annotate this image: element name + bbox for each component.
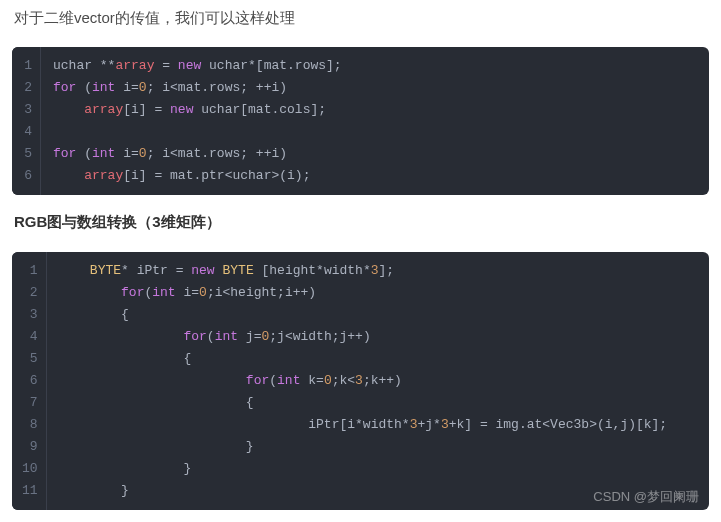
- code-line: }: [59, 458, 697, 480]
- line-number: 1: [12, 55, 40, 77]
- code-line: for (int i=0; i<mat.rows; ++i): [53, 143, 697, 165]
- line-number: 5: [12, 348, 46, 370]
- line-number: 11: [12, 480, 46, 502]
- line-number: 2: [12, 282, 46, 304]
- code-line: {: [59, 392, 697, 414]
- code-1-gutter: 123456: [12, 47, 41, 195]
- code-block-1: 123456 uchar **array = new uchar*[mat.ro…: [12, 47, 709, 195]
- code-2-content: BYTE* iPtr = new BYTE [height*width*3]; …: [47, 252, 709, 510]
- line-number: 7: [12, 392, 46, 414]
- line-number: 4: [12, 121, 40, 143]
- code-line: for(int i=0;i<height;i++): [59, 282, 697, 304]
- intro-text: 对于二维vector的传值，我们可以这样处理: [0, 0, 721, 33]
- line-number: 2: [12, 77, 40, 99]
- line-number: 9: [12, 436, 46, 458]
- line-number: 4: [12, 326, 46, 348]
- line-number: 5: [12, 143, 40, 165]
- line-number: 8: [12, 414, 46, 436]
- code-line: for(int k=0;k<3;k++): [59, 370, 697, 392]
- code-line: uchar **array = new uchar*[mat.rows];: [53, 55, 697, 77]
- code-line: {: [59, 304, 697, 326]
- section-heading: RGB图与数组转换（3维矩阵）: [0, 195, 721, 238]
- code-block-2: 1234567891011 BYTE* iPtr = new BYTE [hei…: [12, 252, 709, 510]
- code-2-gutter: 1234567891011: [12, 252, 47, 510]
- code-line: iPtr[i*width*3+j*3+k] = img.at<Vec3b>(i,…: [59, 414, 697, 436]
- code-line: }: [59, 480, 697, 502]
- code-1-content: uchar **array = new uchar*[mat.rows];for…: [41, 47, 709, 195]
- line-number: 3: [12, 304, 46, 326]
- line-number: 6: [12, 370, 46, 392]
- code-line: for (int i=0; i<mat.rows; ++i): [53, 77, 697, 99]
- code-line: array[i] = new uchar[mat.cols];: [53, 99, 697, 121]
- code-line: BYTE* iPtr = new BYTE [height*width*3];: [59, 260, 697, 282]
- line-number: 6: [12, 165, 40, 187]
- code-line: for(int j=0;j<width;j++): [59, 326, 697, 348]
- code-line: }: [59, 436, 697, 458]
- code-line: {: [59, 348, 697, 370]
- line-number: 10: [12, 458, 46, 480]
- line-number: 1: [12, 260, 46, 282]
- line-number: 3: [12, 99, 40, 121]
- code-line: [53, 121, 697, 143]
- code-line: array[i] = mat.ptr<uchar>(i);: [53, 165, 697, 187]
